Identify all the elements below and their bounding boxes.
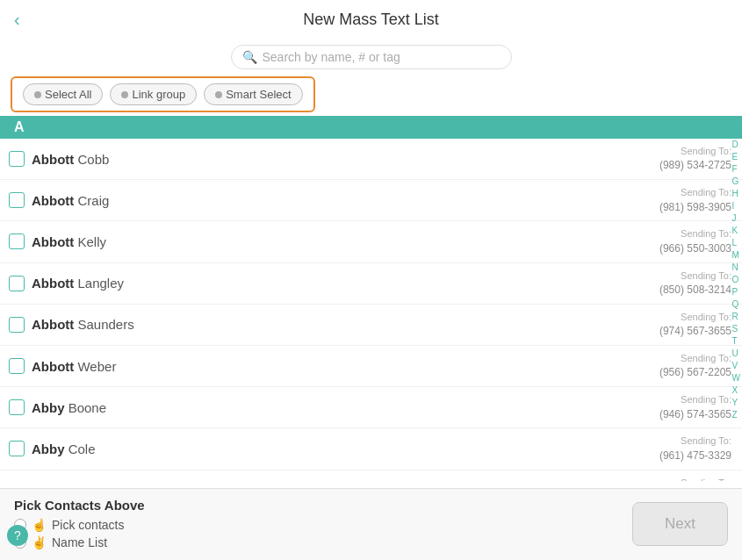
- alpha-index-item[interactable]: V: [732, 360, 740, 372]
- pick-options: ☝️ Pick contacts ✌️ Name List: [14, 518, 728, 549]
- contact-name: Abby Boone: [32, 400, 106, 415]
- pick-contacts-option[interactable]: ☝️ Pick contacts: [14, 518, 728, 532]
- contact-left: Abbott Saunders: [9, 317, 134, 333]
- contact-right: Sending To: (956) 567-2205: [659, 352, 731, 380]
- contact-phone: (850) 508-3214: [659, 283, 731, 298]
- search-bar: 🔍 Search by name, # or tag: [0, 39, 742, 76]
- alpha-index-item[interactable]: C: [732, 126, 740, 139]
- contact-checkbox[interactable]: [9, 399, 25, 415]
- smart-select-button[interactable]: Smart Select: [204, 83, 302, 105]
- alpha-index-item[interactable]: R: [732, 311, 740, 323]
- alpha-index-item[interactable]: J: [732, 212, 740, 225]
- alpha-index-item[interactable]: N: [732, 262, 740, 274]
- next-button[interactable]: Next: [632, 502, 728, 546]
- alpha-index-item[interactable]: I: [732, 200, 740, 212]
- alpha-index-item[interactable]: Y: [732, 397, 740, 409]
- back-button[interactable]: ‹: [14, 10, 20, 30]
- search-icon: 🔍: [242, 50, 257, 64]
- alpha-index-item[interactable]: E: [732, 151, 740, 163]
- sending-to-label: Sending To:: [659, 434, 731, 448]
- alpha-index-item[interactable]: O: [732, 274, 740, 286]
- alpha-index-item[interactable]: K: [732, 225, 740, 237]
- pick-contacts-label: Pick contacts: [52, 518, 124, 532]
- alpha-index-item[interactable]: U: [732, 348, 740, 360]
- alpha-index-item[interactable]: Z: [732, 409, 740, 421]
- sending-to-label: Sending To:: [659, 352, 731, 365]
- name-list-emoji: ✌️: [32, 535, 47, 549]
- contact-name: Abbott Cobb: [32, 152, 109, 167]
- contact-checkbox[interactable]: [9, 276, 25, 291]
- contact-checkbox[interactable]: [9, 192, 25, 208]
- alpha-index-item[interactable]: X: [732, 384, 740, 397]
- contact-phone: (981) 598-3905: [659, 200, 731, 215]
- name-list-option[interactable]: ✌️ Name List: [14, 535, 728, 549]
- toolbar: Select All Link group Smart Select: [11, 76, 315, 112]
- header: ‹ New Mass Text List: [0, 0, 742, 39]
- alpha-index-item[interactable]: M: [732, 249, 740, 262]
- alpha-index-item[interactable]: G: [732, 176, 740, 188]
- contact-right: Sending To: (981) 598-3905: [659, 186, 731, 214]
- sending-to-label: Sending To:: [659, 186, 731, 199]
- contact-left: Abbott Kelly: [9, 233, 106, 249]
- contact-name: Abbott Langley: [32, 276, 124, 291]
- alpha-index-item[interactable]: H: [732, 188, 740, 200]
- sending-to-label: Sending To:: [659, 227, 731, 241]
- contact-phone: (966) 550-3003: [659, 241, 731, 256]
- search-input-container[interactable]: 🔍 Search by name, # or tag: [231, 45, 512, 69]
- contact-right: Sending To: (949) 508-3854: [659, 477, 731, 482]
- section-header-a: A: [0, 116, 742, 139]
- contact-right: Sending To: (946) 574-3565: [659, 393, 731, 421]
- contact-phone: (961) 475-3329: [659, 449, 731, 463]
- contact-left: Abbott Cobb: [9, 151, 109, 167]
- bottom-panel: Pick Contacts Above ☝️ Pick contacts ✌️ …: [0, 488, 742, 560]
- table-row: Abby Cole Sending To: (961) 475-3329: [0, 428, 742, 470]
- contact-phone: (974) 567-3655: [659, 324, 731, 339]
- alpha-index: BCDEFGHIJKLMNOPQRSTUVWXYZ: [732, 114, 740, 421]
- name-list-label: Name List: [52, 535, 107, 549]
- sending-to-label: Sending To:: [659, 269, 731, 283]
- contact-right: Sending To: (961) 475-3329: [659, 434, 731, 463]
- alpha-index-item[interactable]: P: [732, 286, 740, 298]
- select-all-button[interactable]: Select All: [23, 83, 103, 105]
- contact-left: Abbott Langley: [9, 276, 124, 291]
- contact-right: Sending To: (850) 508-3214: [659, 269, 731, 298]
- table-row: Abbott Langley Sending To: (850) 508-321…: [0, 263, 742, 305]
- pick-contacts-emoji: ☝️: [32, 518, 47, 532]
- alpha-index-item[interactable]: Q: [732, 298, 740, 311]
- contact-phone: (946) 574-3565: [659, 407, 731, 422]
- alpha-index-item[interactable]: S: [732, 323, 740, 335]
- table-row: Abbott Saunders Sending To: (974) 567-36…: [0, 305, 742, 346]
- sending-to-label: Sending To:: [659, 145, 731, 158]
- sending-to-label: Sending To:: [659, 311, 731, 324]
- search-placeholder: Search by name, # or tag: [263, 50, 400, 64]
- alpha-index-item[interactable]: L: [732, 237, 740, 249]
- help-button[interactable]: ?: [7, 525, 28, 546]
- contact-right: Sending To: (966) 550-3003: [659, 227, 731, 255]
- alpha-index-item[interactable]: T: [732, 335, 740, 348]
- contact-left: Abby Cole: [9, 441, 96, 456]
- page-title: New Mass Text List: [303, 11, 439, 29]
- contact-right: Sending To: (974) 567-3655: [659, 311, 731, 339]
- contact-checkbox[interactable]: [9, 441, 25, 456]
- link-group-button[interactable]: Link group: [110, 83, 197, 105]
- alpha-index-item[interactable]: F: [732, 163, 740, 176]
- contact-checkbox[interactable]: [9, 358, 25, 374]
- contact-checkbox[interactable]: [9, 151, 25, 167]
- contact-phone: (956) 567-2205: [659, 365, 731, 380]
- alpha-index-item[interactable]: B: [732, 114, 740, 126]
- table-row: Abbott Craig Sending To: (981) 598-3905: [0, 180, 742, 221]
- contact-right: Sending To: (989) 534-2725: [659, 145, 731, 173]
- alpha-index-item[interactable]: W: [732, 372, 740, 384]
- alpha-index-item[interactable]: D: [732, 139, 740, 151]
- sending-to-label: Sending To:: [659, 477, 731, 482]
- table-row: Abby Boone Sending To: (946) 574-3565: [0, 387, 742, 428]
- contact-checkbox[interactable]: [9, 317, 25, 333]
- contact-left: Abbott Craig: [9, 192, 109, 208]
- contact-list: Abbott Cobb Sending To: (989) 534-2725 A…: [0, 139, 742, 481]
- contact-name: Abbott Saunders: [32, 317, 134, 332]
- contact-left: Abbott Weber: [9, 358, 116, 374]
- contact-name: Abby Cole: [32, 442, 96, 456]
- table-row: Abbott Cobb Sending To: (989) 534-2725: [0, 139, 742, 180]
- contact-checkbox[interactable]: [9, 233, 25, 249]
- pick-title: Pick Contacts Above: [14, 498, 728, 513]
